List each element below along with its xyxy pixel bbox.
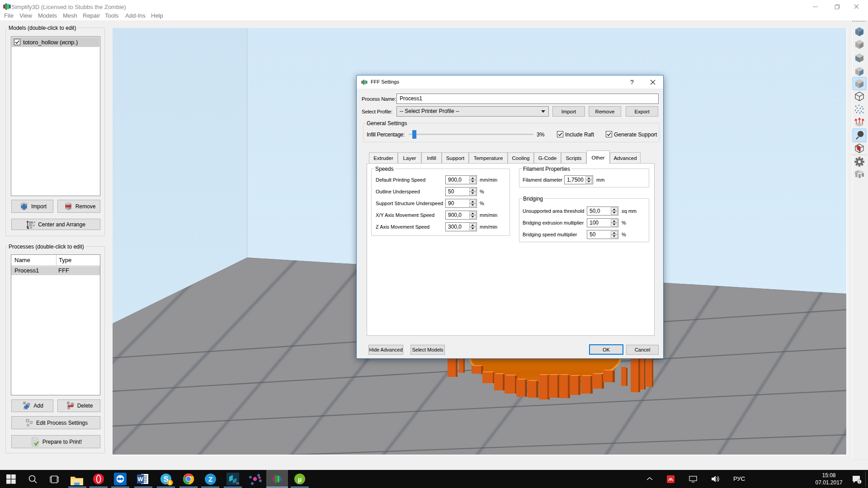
svg-text:µ: µ <box>298 475 302 483</box>
svg-text:5: 5 <box>169 480 171 485</box>
svg-text:1: 1 <box>859 480 860 483</box>
svg-text:Z: Z <box>208 475 212 483</box>
svg-text:TFD: TFD <box>236 482 239 485</box>
svg-text:W: W <box>137 476 143 483</box>
